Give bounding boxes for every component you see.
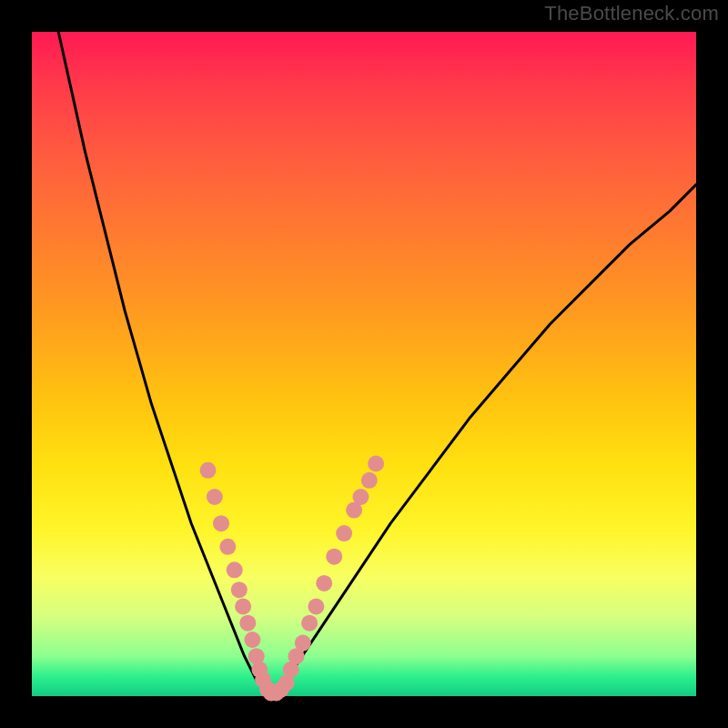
highlight-dot [295,635,311,652]
highlight-dot [219,539,236,555]
highlight-dot [336,525,352,541]
highlight-dot [352,489,369,505]
highlight-dot [227,561,243,578]
highlight-dot [308,599,324,615]
highlight-dot [207,489,223,505]
highlight-dot [361,472,378,489]
plot-area [32,32,696,696]
highlight-dot [231,581,248,598]
bottleneck-curve [58,32,696,696]
highlight-dots [200,456,385,702]
highlight-dot [368,456,384,472]
watermark-text: TheBottleneck.com [544,2,719,25]
highlight-dot [316,575,332,592]
highlight-dot [301,615,318,632]
highlight-dot [213,515,229,531]
highlight-dot [326,549,342,565]
highlight-dot [244,632,260,648]
chart-container: TheBottleneck.com [0,0,728,728]
highlight-dot [200,462,217,479]
highlight-dot [235,599,251,615]
curve-layer [32,32,696,696]
bottleneck-curve-path [58,32,696,696]
highlight-dot [239,615,256,632]
